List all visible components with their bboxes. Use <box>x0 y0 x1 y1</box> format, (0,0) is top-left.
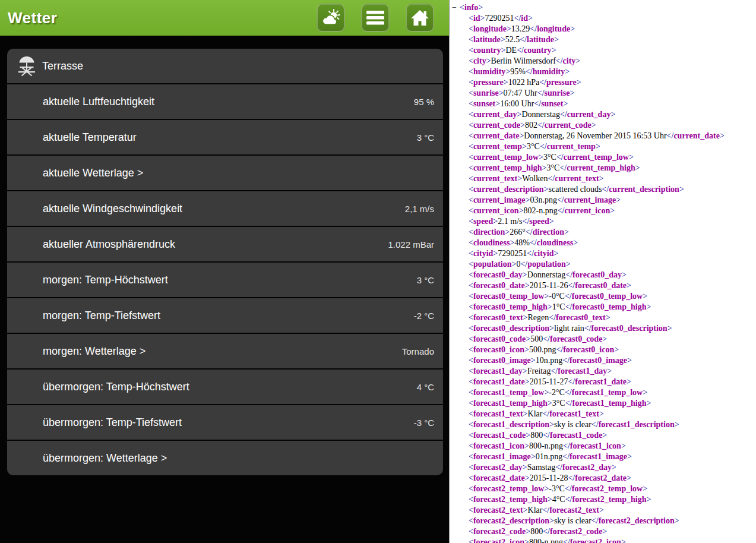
sensor-row[interactable]: aktuelle Wetterlage > <box>7 156 443 190</box>
node-value: Klar <box>528 409 543 418</box>
close-bracket: > <box>523 313 528 322</box>
tag-name: current_text <box>473 174 517 183</box>
open-end-bracket: </ <box>565 495 572 504</box>
tag-name: current_day <box>473 110 517 119</box>
close-bracket: > <box>549 516 554 525</box>
close-bracket: > <box>501 35 505 44</box>
closing-tag-name: id <box>521 14 528 23</box>
sensor-row[interactable]: morgen: Temp-Tiefstwert -2 °C <box>7 298 443 333</box>
xml-node-line: <forecast1_day>Freitag</forecast1_day> <box>469 366 756 377</box>
sensor-row[interactable]: aktuelle Luftfeuchtigkeit 95 % <box>7 84 443 119</box>
closing-tag-name: direction <box>533 228 564 236</box>
tag-name: current_code <box>473 121 520 130</box>
open-bracket: < <box>469 334 473 343</box>
root-tag-name: info <box>464 3 478 12</box>
weather-overview-button[interactable] <box>317 4 345 32</box>
sensor-row[interactable]: übermorgen: Temp-Tiefstwert -3 °C <box>7 405 443 440</box>
xml-node-line: <current_text>Wolken</current_text> <box>469 173 756 184</box>
tag-name: forecast0_description <box>473 324 549 333</box>
closing-tag-name: forecast0_description <box>591 324 668 333</box>
sensor-row[interactable]: aktuelle Windgeschwindigkeit 2,1 m/s <box>7 191 443 226</box>
xml-node-line: <cityid>7290251</cityid> <box>469 248 756 259</box>
closing-tag-name: sunrise <box>545 89 570 97</box>
node-value: 3°C <box>543 153 556 162</box>
sensor-row[interactable]: morgen: Wetterlage > Tornado <box>7 334 443 368</box>
close-bracket: > <box>646 302 651 311</box>
sensor-label: morgen: Temp-Höchstwert <box>43 274 168 286</box>
tag-name: forecast1_icon <box>473 441 524 450</box>
node-value: 2015-11-27 <box>530 377 568 386</box>
tag-name: humidity <box>473 67 505 76</box>
open-end-bracket: </ <box>537 89 545 97</box>
node-value: 4°C <box>552 495 565 504</box>
closing-tag-name: pressure <box>546 78 577 87</box>
node-value: sky is clear <box>554 516 591 525</box>
close-bracket: > <box>599 409 604 418</box>
xml-node-line: <forecast1_code>800</forecast1_code> <box>469 430 756 441</box>
closing-tag-name: forecast2_temp_low <box>572 484 643 493</box>
node-value: Donnerstag <box>521 110 560 119</box>
sensor-row[interactable]: aktueller Atmosphärendruck 1.022 mBar <box>7 227 443 261</box>
xml-node-line: <current_temp>3°C</current_temp> <box>469 141 756 152</box>
sensor-row[interactable]: übermorgen: Wetterlage > <box>7 441 443 475</box>
closing-tag-name: forecast2_text <box>549 506 599 514</box>
close-bracket: > <box>539 153 543 162</box>
open-bracket: < <box>469 217 473 226</box>
open-bracket: < <box>469 249 473 258</box>
tag-name: forecast1_code <box>473 431 526 440</box>
closing-tag-name: cityid <box>534 249 553 258</box>
header-buttons <box>317 4 434 32</box>
open-bracket: < <box>469 67 473 76</box>
node-value: 2015-11-26 <box>530 281 568 290</box>
closing-tag-name: current_temp_high <box>567 163 635 172</box>
closing-tag-name: forecast1_icon <box>570 441 621 450</box>
closing-tag-name: current_temp <box>547 142 596 151</box>
close-bracket: > <box>679 185 684 194</box>
close-bracket: > <box>643 388 647 397</box>
open-bracket: < <box>469 388 473 397</box>
sensor-row[interactable]: morgen: Temp-Höchstwert 3 °C <box>7 263 443 297</box>
tag-name: forecast1_text <box>473 409 523 418</box>
sensor-label: aktuelle Wetterlage > <box>43 167 143 179</box>
sensor-row[interactable]: aktuelle Temperatur 3 °C <box>7 120 443 154</box>
tag-name: forecast0_code <box>473 334 526 343</box>
home-icon <box>411 10 429 26</box>
device-header-row[interactable]: Terrasse <box>7 49 443 83</box>
collapse-toggle[interactable]: − <box>452 2 460 13</box>
menu-button[interactable] <box>361 4 390 32</box>
sensor-label: übermorgen: Temp-Tiefstwert <box>43 416 182 429</box>
xml-node-line: <forecast1_temp_high>3°C</forecast1_temp… <box>469 398 756 409</box>
close-bracket: > <box>523 506 528 514</box>
xml-node-line: <cloudiness>48%</cloudiness> <box>469 238 756 248</box>
sensor-value: 95 % <box>408 97 434 107</box>
sensor-value: 3 °C <box>411 132 434 143</box>
open-end-bracket: </ <box>568 473 575 482</box>
node-value: Berlin Wilmersdorf <box>491 56 556 65</box>
node-value: 800 <box>530 431 543 440</box>
close-bracket: > <box>548 495 552 504</box>
close-bracket: > <box>504 78 508 87</box>
sensor-label: morgen: Wetterlage > <box>43 345 145 358</box>
tag-name: forecast2_code <box>473 527 526 536</box>
open-end-bracket: </ <box>520 35 527 44</box>
home-button[interactable] <box>406 4 434 32</box>
tag-name: current_icon <box>473 206 519 215</box>
tag-name: pressure <box>473 78 504 87</box>
close-bracket: > <box>627 452 632 461</box>
xml-viewer: −<info> <id>7290251</id> <longitude>13.2… <box>449 0 756 543</box>
xml-root-line: −<info> <box>452 2 756 13</box>
open-bracket: < <box>469 35 473 44</box>
open-end-bracket: </ <box>540 142 547 151</box>
close-bracket: > <box>643 292 647 301</box>
open-bracket: < <box>469 409 473 418</box>
menu-icon <box>366 10 384 26</box>
tag-name: forecast1_date <box>473 377 525 386</box>
open-end-bracket: </ <box>556 56 563 65</box>
tag-name: sunset <box>473 99 495 108</box>
tag-name: forecast1_temp_high <box>473 399 548 408</box>
sensor-row[interactable]: übermorgen: Temp-Höchstwert 4 °C <box>7 370 443 404</box>
closing-tag-name: forecast2_temp_high <box>572 495 647 504</box>
tag-name: direction <box>473 228 505 236</box>
close-bracket: > <box>524 441 529 450</box>
node-value: 13.29 <box>511 24 530 33</box>
